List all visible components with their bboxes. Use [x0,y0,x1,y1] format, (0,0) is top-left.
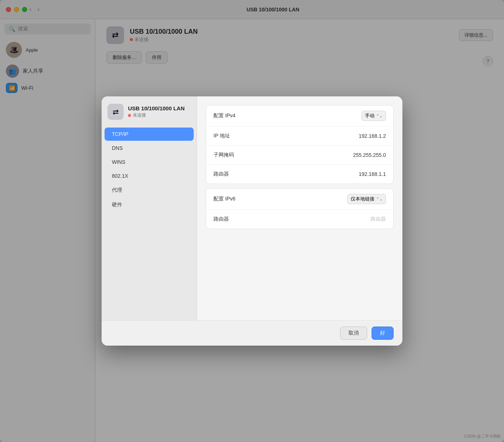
chevron-updown-icon: ⌃⌄ [376,114,383,118]
nav-item-wins[interactable]: WINS [105,155,194,169]
modal-status-text: 未连接 [133,112,146,118]
modal-body: ⇄ USB 10/100/1000 LAN 未连接 TCP/IP DNS WIN… [102,96,402,320]
modal-device-name: USB 10/100/1000 LAN [128,105,185,111]
subnet-mask-row: 子网掩码 255.255.255.0 [206,146,393,165]
ipv6-config-select[interactable]: 仅本地链接 ⌃⌄ [347,194,386,204]
ipv4-config-label: 配置 IPv4 [213,113,362,119]
modal-device-info: USB 10/100/1000 LAN 未连接 [128,105,185,118]
nav-item-proxy[interactable]: 代理 [105,183,194,197]
modal-device-status: 未连接 [128,112,185,118]
router6-placeholder: 路由器 [370,216,386,222]
ipv4-settings-group: 配置 IPv4 手动 ⌃⌄ IP 地址 192.168.1.2 子网掩码 255… [206,105,394,184]
nav-item-dns[interactable]: DNS [105,141,194,155]
modal-footer: 取消 好 [102,320,402,346]
modal-dialog: ⇄ USB 10/100/1000 LAN 未连接 TCP/IP DNS WIN… [102,96,402,346]
modal-status-dot [128,114,131,117]
nav-item-hardware[interactable]: 硬件 [105,198,194,212]
modal-content: 配置 IPv4 手动 ⌃⌄ IP 地址 192.168.1.2 子网掩码 255… [197,96,402,320]
ipv4-config-select[interactable]: 手动 ⌃⌄ [362,111,386,121]
ipv4-config-row: 配置 IPv4 手动 ⌃⌄ [206,106,393,126]
cancel-button[interactable]: 取消 [340,327,367,340]
router6-row: 路由器 路由器 [206,210,393,229]
chevron-updown-icon2: ⌃⌄ [376,197,383,202]
router4-label: 路由器 [213,171,359,177]
ip-address-label: IP 地址 [213,133,359,139]
ip-address-value: 192.168.1.2 [359,133,386,139]
ipv4-config-value: 手动 [365,113,375,119]
router6-label: 路由器 [213,216,370,222]
ipv6-settings-group: 配置 IPv6 仅本地链接 ⌃⌄ 路由器 路由器 [206,188,394,229]
router4-value: 192.168.1.1 [359,171,386,177]
ipv6-config-row: 配置 IPv6 仅本地链接 ⌃⌄ [206,189,393,210]
modal-device-header: ⇄ USB 10/100/1000 LAN 未连接 [102,104,197,127]
subnet-mask-label: 子网掩码 [213,152,353,158]
ipv6-config-label: 配置 IPv6 [213,196,347,202]
ipv6-config-value: 仅本地链接 [351,196,375,202]
subnet-mask-value: 255.255.255.0 [353,152,386,158]
modal-overlay: ⇄ USB 10/100/1000 LAN 未连接 TCP/IP DNS WIN… [0,0,504,442]
ip-address-row: IP 地址 192.168.1.2 [206,126,393,146]
modal-device-icon: ⇄ [107,104,124,120]
nav-item-tcpip[interactable]: TCP/IP [105,128,194,141]
nav-item-8021x[interactable]: 802.1X [105,169,194,183]
ok-button[interactable]: 好 [372,327,394,340]
modal-sidebar: ⇄ USB 10/100/1000 LAN 未连接 TCP/IP DNS WIN… [102,96,197,320]
router4-row: 路由器 192.168.1.1 [206,165,393,184]
